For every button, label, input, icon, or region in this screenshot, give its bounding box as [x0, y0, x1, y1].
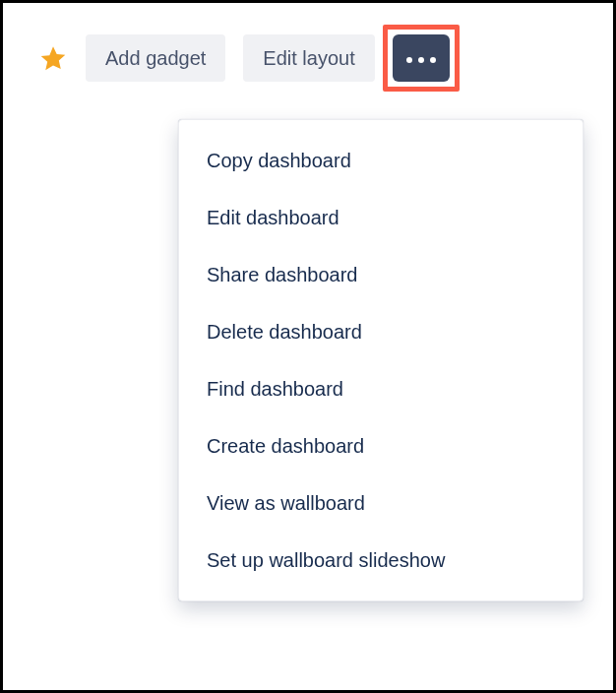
more-actions-button[interactable] — [393, 34, 450, 82]
dashboard-toolbar: Add gadget Edit layout — [3, 3, 613, 82]
edit-layout-button[interactable]: Edit layout — [243, 34, 374, 82]
menu-item-edit-dashboard[interactable]: Edit dashboard — [179, 189, 583, 246]
menu-item-copy-dashboard[interactable]: Copy dashboard — [179, 132, 583, 189]
menu-item-share-dashboard[interactable]: Share dashboard — [179, 246, 583, 303]
add-gadget-button[interactable]: Add gadget — [86, 34, 225, 82]
menu-item-create-dashboard[interactable]: Create dashboard — [179, 417, 583, 474]
menu-item-view-as-wallboard[interactable]: View as wallboard — [179, 474, 583, 532]
menu-item-delete-dashboard[interactable]: Delete dashboard — [179, 303, 583, 360]
more-horizontal-icon — [403, 51, 439, 66]
star-icon[interactable] — [38, 43, 68, 73]
app-frame: Add gadget Edit layout Copy dashboard Ed… — [0, 0, 616, 693]
more-button-highlight-wrap — [393, 34, 450, 82]
menu-item-set-up-wallboard-slideshow[interactable]: Set up wallboard slideshow — [179, 532, 583, 589]
more-actions-dropdown: Copy dashboard Edit dashboard Share dash… — [178, 119, 584, 601]
menu-item-find-dashboard[interactable]: Find dashboard — [179, 360, 583, 417]
